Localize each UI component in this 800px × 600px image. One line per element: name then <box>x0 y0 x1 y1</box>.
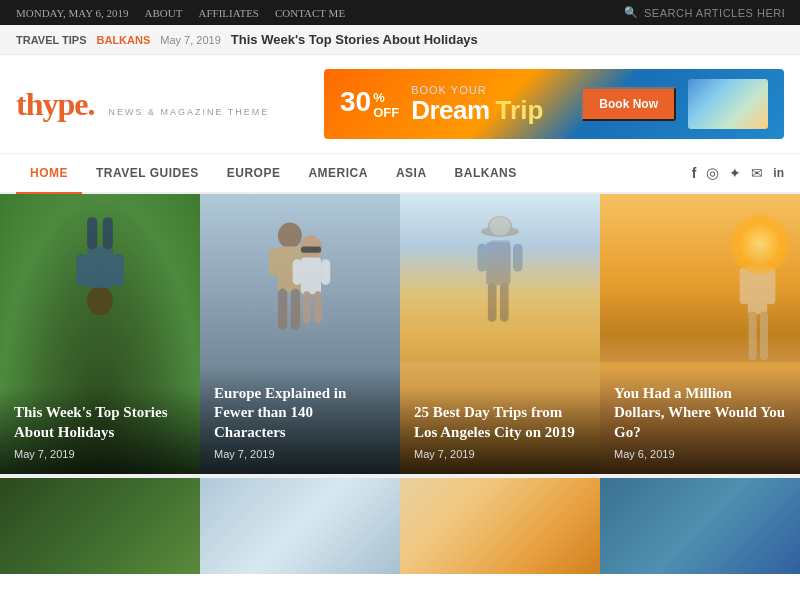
svg-rect-2 <box>113 254 124 286</box>
topbar-about[interactable]: ABOUT <box>145 7 183 19</box>
ad-book-text: Book Your <box>411 84 543 96</box>
thumb-3[interactable] <box>400 478 600 574</box>
topbar: MONDAY, MAY 6, 2019 ABOUT AFFILIATES CON… <box>0 0 800 25</box>
twitter-icon[interactable]: ✦ <box>729 165 741 182</box>
ticker-title: This Week's Top Stories About Holidays <box>231 32 478 47</box>
ad-banner[interactable]: 30 % OFF Book Your Dream Trip Book Now <box>324 69 784 139</box>
nav-item-asia[interactable]: ASIA <box>382 154 441 194</box>
svg-rect-30 <box>740 268 749 305</box>
two-girls-icon <box>240 214 350 354</box>
topbar-date: MONDAY, MAY 6, 2019 <box>16 7 129 19</box>
card-4[interactable]: You Had a Million Dollars, Where Would Y… <box>600 194 800 474</box>
topbar-search-area: 🔍 <box>624 6 784 19</box>
main-nav: HOME TRAVEL GUIDES EUROPE AMERICA ASIA B… <box>0 154 800 194</box>
svg-rect-14 <box>293 259 302 285</box>
nav-links: HOME TRAVEL GUIDES EUROPE AMERICA ASIA B… <box>16 154 531 192</box>
topbar-contact[interactable]: CONTACT ME <box>275 7 345 19</box>
card-1-overlay: This Week's Top Stories About Holidays M… <box>0 387 200 474</box>
thumb-1[interactable] <box>0 478 200 574</box>
ad-text-block: Book Your Dream Trip <box>411 84 543 125</box>
card-3-overlay: 25 Best Day Trips from Los Angeles City … <box>400 387 600 474</box>
nav-item-america[interactable]: AMERICA <box>294 154 382 194</box>
card-4-title: You Had a Million Dollars, Where Would Y… <box>614 384 786 443</box>
ticker-date: May 7, 2019 <box>160 34 221 46</box>
search-icon: 🔍 <box>624 6 638 19</box>
nav-item-travel-guides[interactable]: TRAVEL GUIDES <box>82 154 213 194</box>
card-1-date: May 7, 2019 <box>14 448 186 460</box>
card-1-title: This Week's Top Stories About Holidays <box>14 403 186 442</box>
card-2[interactable]: Europe Explained in Fewer than 140 Chara… <box>200 194 400 474</box>
thumb-4[interactable] <box>600 478 800 574</box>
facebook-icon[interactable]: f <box>692 165 697 181</box>
card-3[interactable]: 25 Best Day Trips from Los Angeles City … <box>400 194 600 474</box>
svg-rect-32 <box>749 312 757 361</box>
nav-social: f ◎ ✦ ✉ in <box>692 164 784 182</box>
svg-rect-4 <box>103 217 113 249</box>
card-2-overlay: Europe Explained in Fewer than 140 Chara… <box>200 368 400 475</box>
svg-rect-17 <box>314 291 322 323</box>
ticker-travel-tips[interactable]: TRAVEL TIPS <box>16 34 87 46</box>
main-grid: This Week's Top Stories About Holidays M… <box>0 194 800 474</box>
topbar-left: MONDAY, MAY 6, 2019 ABOUT AFFILIATES CON… <box>16 7 345 19</box>
linkedin-icon[interactable]: in <box>773 166 784 180</box>
svg-rect-16 <box>303 291 311 323</box>
ad-cta-button[interactable]: Book Now <box>581 87 676 121</box>
svg-rect-31 <box>766 268 775 305</box>
card-2-date: May 7, 2019 <box>214 448 386 460</box>
upside-down-person-icon <box>63 209 138 319</box>
card-4-overlay: You Had a Million Dollars, Where Would Y… <box>600 368 800 475</box>
card-3-date: May 7, 2019 <box>414 448 586 460</box>
svg-rect-5 <box>87 217 97 249</box>
logo[interactable]: thype. <box>16 86 94 123</box>
ticker-balkans[interactable]: BALKANS <box>97 34 151 46</box>
card-2-title: Europe Explained in Fewer than 140 Chara… <box>214 384 386 443</box>
ad-discount-number: 30 <box>340 88 371 116</box>
ad-off-text: OFF <box>373 105 399 120</box>
svg-rect-1 <box>87 247 113 288</box>
card-4-date: May 6, 2019 <box>614 448 786 460</box>
card-3-title: 25 Best Day Trips from Los Angeles City … <box>414 403 586 442</box>
ticker-bar: TRAVEL TIPS BALKANS May 7, 2019 This Wee… <box>0 25 800 55</box>
ad-discount-block: 30 % OFF <box>340 88 399 120</box>
svg-rect-18 <box>301 246 321 252</box>
thumbnail-row <box>0 474 800 574</box>
svg-rect-3 <box>76 254 87 286</box>
nav-item-europe[interactable]: EUROPE <box>213 154 295 194</box>
card-1[interactable]: This Week's Top Stories About Holidays M… <box>0 194 200 474</box>
svg-point-0 <box>87 286 113 315</box>
logo-tagline: NEWS & MAGAZINE THEME <box>108 107 269 117</box>
ad-image <box>688 79 768 129</box>
nav-item-home[interactable]: HOME <box>16 154 82 194</box>
svg-rect-13 <box>301 257 321 294</box>
svg-rect-33 <box>760 312 768 361</box>
ad-dream-text: Dream <box>411 96 489 125</box>
thumb-2[interactable] <box>200 478 400 574</box>
mail-icon[interactable]: ✉ <box>751 165 763 182</box>
header: thype. NEWS & MAGAZINE THEME 30 % OFF Bo… <box>0 55 800 154</box>
svg-point-6 <box>278 223 302 249</box>
search-input[interactable] <box>644 7 784 19</box>
svg-rect-15 <box>321 259 330 285</box>
instagram-icon[interactable]: ◎ <box>706 164 719 182</box>
svg-rect-8 <box>269 248 279 276</box>
topbar-affiliates[interactable]: AFFILIATES <box>198 7 259 19</box>
svg-rect-11 <box>291 289 300 330</box>
logo-area: thype. NEWS & MAGAZINE THEME <box>16 86 269 123</box>
svg-rect-10 <box>278 289 287 330</box>
nav-item-balkans[interactable]: BALKANS <box>441 154 531 194</box>
ad-trip-text: Trip <box>496 96 544 125</box>
